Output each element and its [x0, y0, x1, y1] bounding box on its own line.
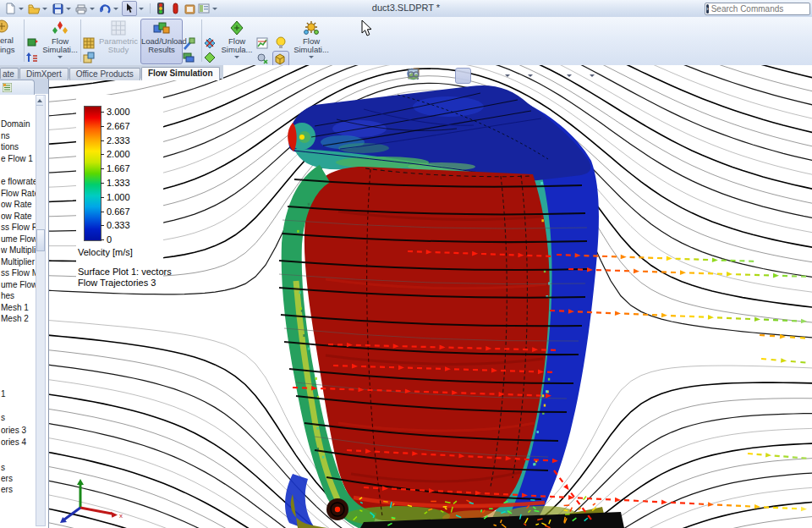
surface-plot-icon[interactable] — [204, 52, 217, 64]
legend-value: 0.333 — [107, 220, 130, 230]
tab-flow-simulation[interactable]: Flow Simulation — [141, 67, 220, 80]
legend-plot-label-2: Flow Trajectories 3 — [78, 278, 156, 288]
load-unload-results-button[interactable]: Load/Unload Results — [140, 19, 183, 64]
tab-office-products[interactable]: Office Products — [69, 68, 140, 80]
component-cube-icon[interactable] — [83, 52, 96, 64]
scroll-thumb[interactable] — [36, 229, 45, 251]
tree-item[interactable]: ories 3 — [1, 426, 38, 436]
tree-item[interactable]: Flow Rate — [1, 189, 38, 199]
tree-item[interactable]: ss Flow Rat — [1, 223, 38, 233]
solidworks-window: duct3.SLDPRT * › eral ings Flow Simulati… — [0, 0, 812, 528]
search-input[interactable] — [711, 4, 812, 14]
lightbulb-icon[interactable] — [275, 36, 288, 49]
tree-item[interactable]: hes — [1, 291, 38, 301]
scroll-up-button[interactable] — [36, 96, 43, 106]
goal-plot-chart-icon[interactable] — [256, 37, 269, 50]
legend-value: 1.000 — [107, 192, 130, 202]
previous-view-icon[interactable] — [439, 69, 453, 83]
appearance-sphere-icon[interactable] — [535, 69, 549, 83]
stacked-plots-icon[interactable] — [183, 52, 195, 64]
command-manager-ribbon: eral ings Flow Simulati... Parametric St… — [0, 17, 812, 66]
mouse-cursor — [361, 20, 373, 37]
view-orientation-icon[interactable] — [489, 69, 503, 83]
chevron-down-icon[interactable] — [590, 74, 595, 77]
chevron-down-icon[interactable] — [58, 56, 63, 58]
tree-item[interactable]: tions — [1, 142, 38, 152]
tree-item[interactable]: ers — [1, 485, 38, 495]
solver-gear-icon[interactable] — [256, 52, 269, 64]
graphics-viewport[interactable]: x 3.0002.6672.3332.0001.6671.3331.0000.6… — [48, 65, 812, 528]
feature-manager-panel: Domainnstionse Flow 1e flowrateFlow Rate… — [0, 79, 49, 528]
scene-icon[interactable] — [551, 69, 565, 83]
chevron-down-icon[interactable] — [567, 74, 572, 77]
heads-up-view-toolbar — [407, 68, 595, 83]
legend-value: 1.667 — [107, 163, 130, 173]
legend-value: 2.333 — [107, 135, 130, 146]
tree-item[interactable]: 1 — [1, 389, 38, 399]
velocity-color-bar — [84, 106, 102, 241]
feature-tree-icon — [3, 83, 12, 92]
feature-manager-tab[interactable] — [0, 80, 35, 95]
display-state-icon[interactable] — [473, 69, 487, 83]
zoom-to-area-icon[interactable] — [423, 69, 437, 83]
legend-value: 3.000 — [107, 107, 130, 117]
results-legend: 3.0002.6672.3332.0001.6671.3331.0000.667… — [76, 95, 163, 291]
svg-text:x: x — [119, 512, 123, 520]
tree-item[interactable]: ss Flow Mu — [1, 268, 38, 278]
general-settings-button-partial[interactable]: eral ings — [0, 19, 22, 63]
tree-item[interactable]: s — [1, 463, 38, 473]
search-commands-box[interactable]: › — [705, 3, 810, 15]
legend-unit-label: Velocity [m/s] — [78, 247, 133, 257]
tree-item[interactable]: ow Rate — [1, 200, 38, 210]
tree-item[interactable]: Mesh 2 — [1, 314, 38, 324]
tree-item[interactable]: ers — [1, 474, 38, 484]
chevron-down-icon[interactable] — [505, 74, 510, 77]
section-view-icon[interactable] — [455, 68, 471, 84]
tree-item[interactable]: ume Flow — [1, 234, 38, 245]
goal-arrow-icon[interactable] — [26, 52, 39, 64]
feature-manager-header — [0, 79, 48, 94]
tree-item[interactable]: ories 4 — [1, 437, 38, 448]
command-manager-tabs: ateDimXpertOffice ProductsFlow Simulatio… — [0, 65, 223, 79]
display-style-icon[interactable] — [512, 69, 526, 83]
legend-value: 2.000 — [107, 149, 130, 159]
panel-scrollbar[interactable] — [36, 95, 46, 526]
title-bar: duct3.SLDPRT * › — [0, 0, 812, 18]
probe-pen-icon[interactable] — [183, 37, 195, 50]
legend-value: 1.333 — [107, 178, 130, 188]
tree-item[interactable]: e Flow 1 — [1, 154, 38, 164]
flow-simulation-button-3[interactable]: Flow Simulati... — [291, 19, 332, 63]
boundary-flag-icon[interactable] — [26, 37, 39, 50]
tree-item[interactable]: w Multiplier — [1, 245, 38, 256]
chevron-down-icon[interactable] — [234, 56, 239, 58]
chevron-down-icon[interactable] — [309, 56, 314, 58]
mesh-cube-icon[interactable] — [83, 37, 96, 50]
tree-item[interactable]: s — [1, 413, 38, 423]
chevron-down-icon[interactable] — [528, 74, 533, 77]
tree-item[interactable]: Mesh 1 — [1, 303, 38, 313]
tree-item[interactable]: Domain — [1, 119, 38, 129]
parametric-study-button[interactable]: Parametric Study — [98, 19, 139, 63]
legend-plot-label-1: Surface Plot 1: vectors — [78, 267, 172, 277]
cut-plot-icon[interactable] — [204, 37, 217, 50]
hide-show-items-icon[interactable] — [573, 69, 588, 83]
search-icon: › — [706, 4, 709, 14]
flow-simulation-button-2[interactable]: Flow Simula... — [218, 19, 255, 63]
legend-value: 0 — [107, 234, 112, 245]
legend-value: 2.667 — [107, 121, 130, 131]
duct-model — [285, 85, 624, 528]
tree-item[interactable]: Multiplier — [1, 257, 38, 267]
tree-item[interactable]: ns — [1, 131, 38, 141]
tree-item[interactable]: e flowrate — [1, 177, 38, 187]
tree-item[interactable]: ow Rate — [1, 212, 38, 222]
window-title: duct3.SLDPRT * — [0, 3, 812, 13]
tree-item[interactable]: ume Flow M — [1, 280, 38, 290]
flow-simulation-button-1[interactable]: Flow Simulati... — [41, 19, 80, 63]
legend-value: 0.667 — [107, 206, 130, 217]
